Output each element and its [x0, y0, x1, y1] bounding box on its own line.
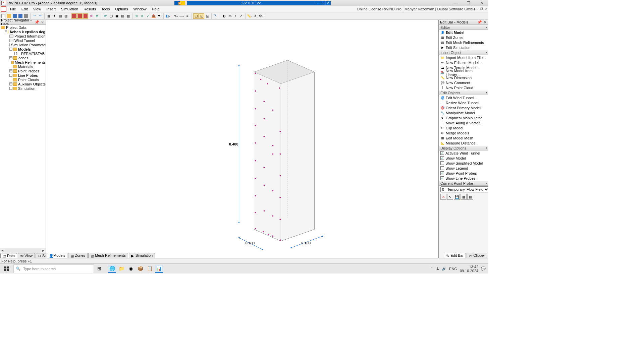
nav-scrollbar[interactable]: ◀ ▶ [0, 248, 46, 253]
sel-mode-2-button[interactable]: ◱ [199, 13, 204, 19]
collapse-icon[interactable]: − [9, 48, 12, 51]
model-tab-mesh-refinements[interactable]: ▨Mesh Refinements [88, 253, 128, 258]
view3-button[interactable] [83, 13, 88, 19]
editbar-item-resize-wind-tunnel[interactable]: ↔Resize Wind Tunnel [439, 100, 488, 105]
editbar-item-new-editable-model[interactable]: ✏New Editable Model... [439, 60, 488, 65]
sel-mode-3-button[interactable]: ◲ [205, 13, 210, 19]
editbar-item-edit-wind-tunnel[interactable]: 🌀Edit Wind Tunnel... [439, 95, 488, 100]
pattern-button[interactable]: ≡ [185, 13, 190, 19]
nav-close-button[interactable]: ✕ [40, 20, 45, 24]
redo-button[interactable]: ↷ [38, 13, 43, 19]
editbar-item-measure-distance[interactable]: 📐Measure Distance [439, 140, 488, 145]
model-tab-models[interactable]: 👤Models [47, 253, 67, 258]
tray-expand-icon[interactable]: ˄ [431, 266, 433, 271]
tree-item[interactable]: Zones [18, 56, 29, 60]
editbar-item-edit-simulation[interactable]: ▶Edit Simulation [439, 45, 488, 50]
scroll-track[interactable] [5, 249, 41, 253]
tray-lang[interactable]: ENG [449, 267, 457, 271]
window-3-button[interactable]: ▤ [120, 13, 125, 19]
measure-button[interactable]: 📏▾ [247, 13, 252, 19]
viewport-3d[interactable]: 0.400 0.100 0.100 [46, 20, 439, 258]
window-4-button[interactable]: ▥ [125, 13, 131, 19]
tree-root[interactable]: Project Data [6, 25, 26, 29]
nav-tab-data[interactable]: 🗂Data [0, 253, 17, 258]
pencil-button[interactable]: ✎▾ [173, 13, 179, 19]
editbar-item-new-comment[interactable]: 💬New Comment [439, 80, 488, 85]
probe-pick-button[interactable]: ↖ [447, 194, 453, 200]
collapse-icon[interactable]: − [5, 30, 7, 33]
start-button[interactable] [0, 264, 13, 274]
editbar-item-edit-model-mesh[interactable]: ▦Edit Model Mesh [439, 135, 488, 140]
remote-close-button[interactable]: ✕ [325, 1, 331, 5]
taskbar-explorer-icon[interactable]: 📁 [117, 265, 125, 273]
editbar-item-orient-primary-model[interactable]: 🎯Orient Primary Model [439, 105, 488, 110]
tree-item[interactable]: Materials [18, 65, 33, 69]
display-option-show-point-probes[interactable]: ✓Show Point Probes [439, 171, 488, 176]
remote-min-button[interactable]: — [315, 1, 320, 5]
editbar-pin-button[interactable]: 📌 [477, 20, 483, 24]
sel-mode-1-button[interactable]: ◰ [193, 13, 199, 19]
tool-b-button[interactable]: ▭ [227, 13, 232, 19]
taskbar-edge-icon[interactable]: 🌐 [108, 265, 116, 273]
insert-section-header[interactable]: Insert Object▾ [439, 50, 488, 55]
mdi-min-button[interactable]: — [475, 7, 479, 11]
taskbar-chrome-icon[interactable]: ◉ [127, 265, 135, 273]
tool-d-button[interactable]: ↗ [238, 13, 244, 19]
expand-icon[interactable]: + [9, 87, 12, 90]
refresh-button[interactable]: ⟳ [103, 13, 108, 19]
app-menu-icon[interactable] [1, 6, 6, 12]
menu-options[interactable]: Options [113, 6, 131, 12]
grid-button[interactable]: ▦ [46, 13, 51, 19]
taskbar-app1-icon[interactable]: 📦 [136, 265, 144, 273]
maximize-button[interactable]: ☐ [462, 0, 475, 6]
expand-icon[interactable]: + [9, 56, 12, 59]
export-button[interactable]: 📤 [151, 13, 156, 19]
editbar-item-new-point-cloud[interactable]: ⋮New Point Cloud [439, 85, 488, 90]
expand-icon[interactable]: + [9, 74, 12, 77]
editbar-item-edit-zones[interactable]: ▦Edit Zones [439, 35, 488, 40]
menu-file[interactable]: File [7, 6, 19, 12]
editbar-item-import-model-from-file[interactable]: 📁Import Model from File... [439, 55, 488, 60]
editbar-item-merge-models[interactable]: ⊕Merge Models [439, 130, 488, 135]
align-button[interactable]: ▥ [63, 13, 68, 19]
editbar-item-edit-model[interactable]: 👤Edit Model [439, 30, 488, 35]
expand-icon[interactable]: + [9, 69, 12, 72]
window-2-button[interactable]: ▣ [114, 13, 119, 19]
editbar-item-edit-mesh-refinements[interactable]: ▨Edit Mesh Refinements [439, 40, 488, 45]
display-option-show-line-probes[interactable]: ✓Show Line Probes [439, 176, 488, 181]
right-tab-edit-bar[interactable]: ✎Edit Bar [444, 253, 466, 258]
menu-results[interactable]: Results [81, 6, 99, 12]
task-view-button[interactable]: ⊞ [95, 265, 103, 273]
mdi-restore-button[interactable]: ❐ [479, 7, 484, 11]
tree-item[interactable]: Point Clouds [18, 78, 39, 82]
view1-button[interactable] [71, 13, 77, 19]
tool-a-button[interactable]: ◐ [221, 13, 227, 19]
project-tree[interactable]: Project Data −Achen k epsilon degree Pro… [0, 25, 46, 248]
editbar-item-move-along-a-vector[interactable]: →Move Along a Vector... [439, 120, 488, 125]
rotate-ccw-button[interactable]: ↺ [140, 13, 145, 19]
tree-project[interactable]: Achen k epsilon degree [9, 30, 46, 34]
menu-window[interactable]: Window [131, 6, 149, 12]
tool-c-button[interactable]: ↕ [233, 13, 238, 19]
tree-item[interactable]: Simulation [18, 86, 35, 90]
probe-button[interactable]: ✳ [253, 13, 258, 19]
tray-network-icon[interactable]: 🖧 [435, 267, 439, 271]
model-tab-simulation[interactable]: ▶Simulation [129, 253, 155, 258]
settings-button[interactable]: ⚙▾ [258, 13, 264, 19]
menu-edit[interactable]: Edit [19, 6, 31, 12]
editbar-item-manipulate-model[interactable]: 🔧Manipulate Model [439, 110, 488, 115]
rotate-cw-button[interactable]: ↻ [134, 13, 139, 19]
cube-button[interactable]: ◧▾ [165, 13, 170, 19]
menu-insert[interactable]: Insert [44, 6, 58, 12]
editbar-item-graphical-manipulator[interactable]: ✥Graphical Manipulator [439, 115, 488, 120]
right-tab-clipper[interactable]: ✂Clipper [467, 253, 487, 258]
tree-model-1[interactable]: 1 - RFEM/RSTAB Mo [16, 52, 46, 56]
taskbar-rwind-icon[interactable]: 📊 [155, 265, 163, 273]
mesh-button[interactable]: ✱ [89, 13, 94, 19]
tree-item[interactable]: Mesh Refinements [15, 60, 46, 64]
sync-button[interactable]: ✓ [145, 13, 151, 19]
editbar-item-clip-model[interactable]: ✂Clip Model [439, 125, 488, 130]
close-button[interactable]: ✕ [475, 0, 488, 6]
menu-tools[interactable]: Tools [99, 6, 113, 12]
display-option-activate-wind-tunnel[interactable]: ✓Activate Wind Tunnel [439, 150, 488, 156]
